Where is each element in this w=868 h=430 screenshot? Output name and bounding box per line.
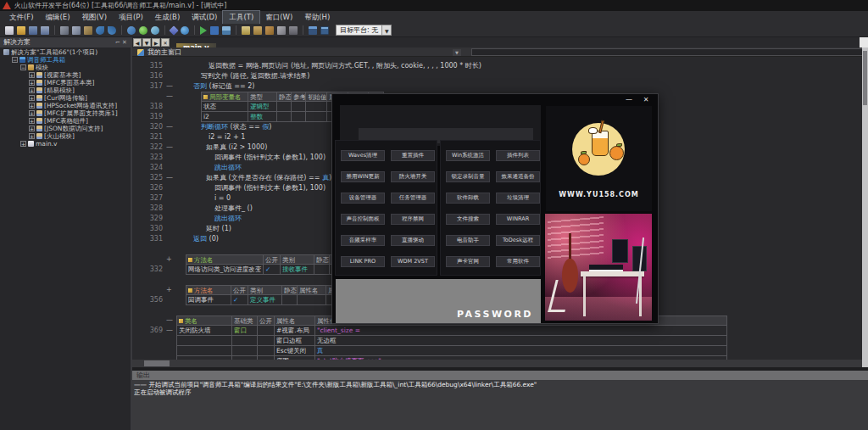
tree-module-item[interactable]: +[视窗基本类] [0,71,131,79]
redo-icon[interactable] [108,26,116,35]
menu-item[interactable]: 窗口(W) [259,11,298,24]
vertical-scrollbar[interactable] [862,47,868,367]
tree-module-item[interactable]: +[火山模块] [0,132,131,140]
tool-button[interactable]: 直播驱动 [391,235,435,246]
tree-module-item[interactable]: +[JSON数据访问支持] [0,125,131,132]
menu-item[interactable]: 视图(V) [76,11,113,24]
menu-item[interactable]: 编辑(E) [40,11,76,24]
tree-file-mainv[interactable]: +main.v [0,140,131,148]
close-icon[interactable]: ✕ [641,96,651,103]
solution-panel-header: 解决方案 ⌐ ✕ [0,37,131,47]
target-platform-dropdown[interactable]: ▼ [382,25,392,36]
build-icon[interactable] [242,26,250,35]
component-icon[interactable] [169,25,178,35]
open-folder-icon[interactable] [17,26,25,35]
menu-item[interactable]: 生成(B) [149,11,186,24]
find-icon[interactable] [127,26,136,35]
tool-button[interactable]: WINRAR [496,214,540,225]
tool-button[interactable]: LINK PRO [341,256,385,267]
tree-root[interactable]: 解决方案"工具箱66"(1个项目) [0,48,131,56]
package-icon[interactable] [277,26,286,35]
pin-and-close-icons[interactable]: ⌐ ✕ [115,37,127,47]
expand-icon[interactable]: + [29,95,35,101]
tool-button[interactable]: 常用软件 [496,256,540,267]
tool-button[interactable]: 防火墙开关 [391,171,435,182]
clean-icon[interactable] [289,26,298,35]
tab-nav-button[interactable]: ✕ [161,38,170,47]
expand-icon[interactable]: + [29,103,35,109]
tree-module-item[interactable]: +[Curl网络传输] [0,94,131,102]
tree-module-item[interactable]: +[MFC界面基本类] [0,79,131,87]
tool-button[interactable]: 设备管理器 [341,193,385,204]
tool-button-group-left: Waves清理重置插件禁用WIN更新防火墙开关设备管理器任务管理器声音控制面板程… [335,140,437,276]
tool-button[interactable]: 音频采样率 [341,235,385,246]
tree-module-item[interactable]: +[MFC表格组件] [0,117,131,125]
member-combo[interactable] [471,48,868,56]
expand-icon[interactable]: + [29,133,35,139]
tool-button[interactable]: 软件卸载 [446,193,490,204]
tool-button[interactable]: 文件搜索 [446,214,490,225]
expand-icon[interactable]: + [29,118,35,124]
collapse-icon[interactable]: − [20,64,26,70]
tool-button[interactable]: 重置插件 [391,150,435,161]
tool-button[interactable]: 任务管理器 [391,193,435,204]
horizontal-scrollbar[interactable] [132,360,862,367]
expand-icon[interactable]: + [29,126,35,131]
tree-project[interactable]: −调音师工具箱 [0,56,131,64]
expand-icon[interactable]: + [29,72,35,78]
snapshot-icon[interactable] [222,26,231,35]
run-icon[interactable] [200,26,207,35]
tool-button[interactable]: WDM 2VST [391,256,435,267]
tool-button[interactable]: 垃圾清理 [496,193,540,204]
collapse-icon[interactable]: − [12,57,18,63]
rebuild-icon[interactable] [253,26,262,35]
menu-item[interactable]: 文件(F) [3,11,40,24]
window-layout-icon[interactable] [309,26,317,35]
tool-button[interactable]: 禁用WIN更新 [341,171,385,182]
tool-button[interactable]: Win系统激活 [446,150,490,161]
tree-folder-modules[interactable]: −模块 [0,64,131,71]
deploy-icon[interactable] [265,26,274,35]
scrollbar-thumb[interactable] [144,360,170,366]
tree-module-item[interactable]: +[精易模块] [0,87,131,94]
navigate-icon[interactable] [151,26,159,35]
expand-icon[interactable]: + [29,110,35,116]
expand-icon[interactable]: + [29,87,35,93]
paste-icon[interactable] [84,26,92,35]
minimize-icon[interactable]: — [624,96,634,103]
cut-icon[interactable] [60,26,69,35]
tool-button[interactable]: Waves清理 [341,150,385,161]
start-icon[interactable] [139,26,147,35]
menu-item[interactable]: 工具(T) [223,11,259,24]
tree-module-item[interactable]: +[MFC扩展界面支持类库1] [0,109,131,117]
menu-item[interactable]: 项目(P) [113,11,149,24]
tool-button[interactable]: 电音助手 [446,235,490,246]
target-platform-combo[interactable]: 目标平台: 无 [336,25,382,36]
chevron-down-icon[interactable]: ▼ [453,49,461,56]
expand-icon[interactable]: + [29,80,35,86]
tab-nav-button[interactable]: ▶ [152,38,160,47]
window-list-icon[interactable] [320,26,329,35]
tool-button[interactable]: 插件列表 [496,150,540,161]
new-file-icon[interactable] [5,26,14,35]
stop-icon[interactable] [210,26,219,35]
menu-item[interactable]: 调试(D) [186,11,223,24]
expand-icon[interactable]: + [20,141,26,147]
save-icon[interactable] [29,26,37,35]
tab-nav-button[interactable]: ▼ [142,38,151,47]
undo-icon[interactable] [96,26,104,35]
tool-button[interactable]: 锁定录制音量 [446,171,490,182]
help-icon[interactable] [181,26,189,35]
tool-button[interactable]: ToDesk远程 [496,235,540,246]
scrollbar-thumb[interactable] [863,51,867,105]
tab-nav-button[interactable]: ◀ [133,38,142,47]
save-all-icon[interactable] [41,26,49,35]
output-log[interactable]: —— 开始调试当前项目"调音师工具箱"编译后的结果文件"E:\文件夹\新版工具箱… [134,381,868,396]
tool-button[interactable]: 程序禁网 [391,214,435,225]
copy-icon[interactable] [72,26,81,35]
tree-module-item[interactable]: +[HPSocket网络通讯支持] [0,102,131,109]
menu-item[interactable]: 帮助(H) [298,11,336,24]
tool-button[interactable]: 声卡官网 [446,256,490,267]
tool-button[interactable]: 效果通道备份 [496,171,540,182]
tool-button[interactable]: 声音控制面板 [341,214,385,225]
